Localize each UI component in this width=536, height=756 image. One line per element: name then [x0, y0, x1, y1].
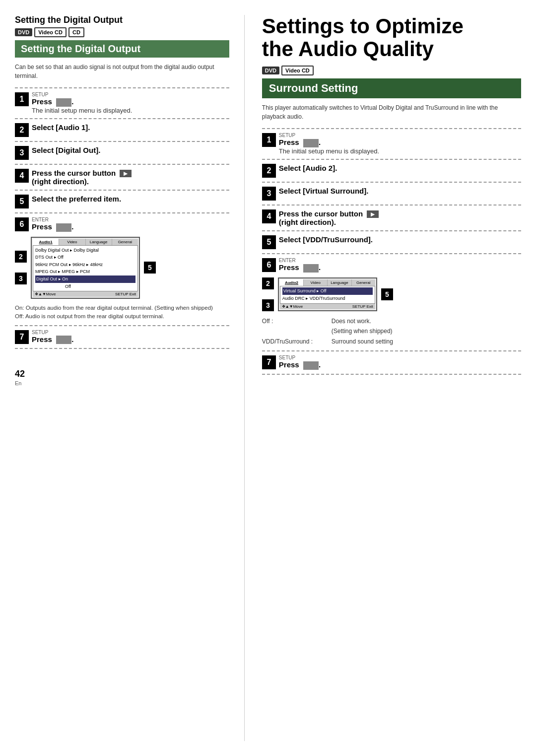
enter-btn-1 [56, 223, 71, 232]
r-step-7-content: SETUP Press . [279, 355, 521, 370]
r-divider-4 [262, 205, 521, 206]
r-step-5-content: Select [VDD/TruSurround]. [279, 235, 521, 244]
r-divider-2 [262, 159, 521, 160]
step-4-text: Press the cursor button ▶ [32, 169, 132, 177]
left-description: Can be set so that an audio signal is no… [15, 63, 229, 80]
divider-7 [15, 325, 229, 326]
step-num-1: 1 [15, 92, 29, 106]
r-step-num-4: 4 [262, 209, 276, 223]
step-6-content: ENTER Press . [32, 217, 229, 232]
step-5: 5 Select the preferred item. [15, 195, 229, 208]
r-divider-3 [262, 182, 521, 183]
screen-num-2: 2 [15, 251, 27, 263]
dvd-badge: DVD [15, 28, 32, 36]
r-tab-video: Video [304, 279, 327, 286]
step-3: 3 Select [Digital Out]. [15, 146, 229, 160]
step-1-subtext: The initial setup menu is displayed. [32, 107, 229, 114]
screen-num-3: 3 [15, 273, 27, 284]
step-6-label: ENTER [32, 217, 229, 222]
cursor-btn-1: ▶ [120, 170, 132, 177]
r-step-2-content: Select [Audio 2]. [279, 164, 521, 172]
left-column: Setting the Digital Output DVD Video CD … [15, 15, 245, 741]
screen-num-5: 5 [144, 262, 156, 274]
step-7-label: SETUP [32, 330, 229, 335]
right-screen-mockup: Audio2 Video Language General Virtual Su… [278, 277, 377, 311]
step-1: 1 SETUP Press . The initial setup menu i… [15, 92, 229, 114]
off-label-2: VDD/TruSurround : [262, 337, 327, 346]
divider-8 [15, 348, 229, 349]
r-divider-6 [262, 253, 521, 254]
right-dvd-badge: DVD [262, 67, 279, 74]
row-off: Off [35, 283, 135, 290]
r-step-6-label: ENTER [279, 258, 521, 263]
videocd-badge: Video CD [34, 27, 67, 37]
off-row-1: Off : Does not work.(Setting when shippe… [262, 316, 521, 337]
r-screen-num-5: 5 [381, 288, 393, 300]
right-off-notes: Off : Does not work.(Setting when shippe… [262, 316, 521, 346]
left-screen-tabs: Audio1 Video Language General [33, 239, 138, 245]
r-step-6: 6 ENTER Press . [262, 258, 521, 273]
right-big-title: Settings to Optimizethe Audio Quality [262, 15, 521, 61]
r-screen-num-3: 3 [262, 299, 274, 311]
step-4-content: Press the cursor button ▶ (right directi… [32, 169, 229, 186]
step-5-text: Select the preferred item. [32, 195, 121, 203]
page-footer-left: 42 En [15, 369, 229, 387]
off-value-2: Surround sound setting [332, 337, 393, 346]
r-divider-1 [262, 128, 521, 129]
row-dts: DTS Out ▸ Off [35, 254, 135, 261]
r-step-num-1: 1 [262, 133, 276, 147]
step-2-text: Select [Audio 1]. [32, 123, 90, 132]
r-step-num-6: 6 [262, 258, 276, 272]
r-step-7-text: Press . [279, 360, 321, 369]
step-1-label: SETUP [32, 92, 229, 97]
cd-badge: CD [68, 27, 84, 37]
right-videocd-badge: Video CD [281, 66, 314, 75]
step-6-text: Press . [32, 222, 73, 231]
right-screen-rows: Virtual Surround ▸ Off Audio DRC ▸ VDD/T… [280, 286, 375, 303]
step-num-4: 4 [15, 169, 29, 183]
step-1-text: Press . [32, 97, 73, 106]
setup-btn-7 [56, 336, 71, 344]
step-7-text: Press . [32, 335, 73, 344]
off-value-1: Does not work.(Setting when shipped) [332, 316, 393, 337]
r-cursor-btn: ▶ [367, 210, 379, 218]
r-step-3-content: Select [Virtual Surround]. [279, 187, 521, 195]
r-step-6-text: Press . [279, 263, 321, 272]
tab-audio1: Audio1 [33, 239, 59, 245]
r-step-4-content: Press the cursor button ▶ (right directi… [279, 209, 521, 227]
tab-language: Language [86, 239, 112, 245]
step-num-6: 6 [15, 217, 29, 231]
off-row-2: VDD/TruSurround : Surround sound setting [262, 337, 521, 346]
step-num-7: 7 [15, 330, 29, 344]
right-description: This player automatically switches to Vi… [262, 103, 521, 121]
left-screen-area: 2 3 Audio1 Video Language General Dolby … [15, 237, 229, 299]
row-dolby: Dolby Digital Out ▸ Dolby Digital [35, 247, 135, 254]
r-setup-btn-7 [303, 361, 319, 370]
r-step-1: 1 SETUP Press . The initial setup menu i… [262, 133, 521, 155]
divider-6 [15, 212, 229, 213]
r-screen-num-2: 2 [262, 277, 274, 289]
r-footer-exit: SETUP Exit [352, 304, 373, 309]
right-screen-nums: 2 3 [262, 277, 274, 311]
left-main-heading: Setting the Digital Output [15, 40, 229, 58]
r-step-4: 4 Press the cursor button ▶ (right direc… [262, 209, 521, 227]
r-divider-8 [262, 374, 521, 375]
r-step-4-line2: (right direction). [279, 218, 521, 226]
r-footer-move: ❖▲▼Move [282, 304, 303, 309]
row-mpeg: MPEG Out ▸ MPEG ▸ PCM [35, 268, 135, 275]
note-on: On: Outputs audio from the rear digital … [15, 304, 229, 312]
r-step-2-text: Select [Audio 2]. [279, 164, 337, 172]
divider-2 [15, 118, 229, 119]
r-row-virtual: Virtual Surround ▸ Off [282, 287, 373, 295]
r-step-3: 3 Select [Virtual Surround]. [262, 187, 521, 201]
step-num-2: 2 [15, 123, 29, 137]
step-2-content: Select [Audio 1]. [32, 123, 229, 132]
r-tab-audio2: Audio2 [280, 279, 303, 286]
page-number: 42 [15, 369, 25, 379]
left-screen-nums: 2 3 [15, 251, 27, 284]
r-step-1-subtext: The initial setup menu is displayed. [279, 147, 521, 155]
left-screen-footer: ❖▲▼Move SETUP Exit [33, 291, 138, 297]
right-screen-footer: ❖▲▼Move SETUP Exit [280, 304, 375, 309]
r-tab-general: General [352, 279, 375, 286]
step-num-5: 5 [15, 195, 29, 208]
